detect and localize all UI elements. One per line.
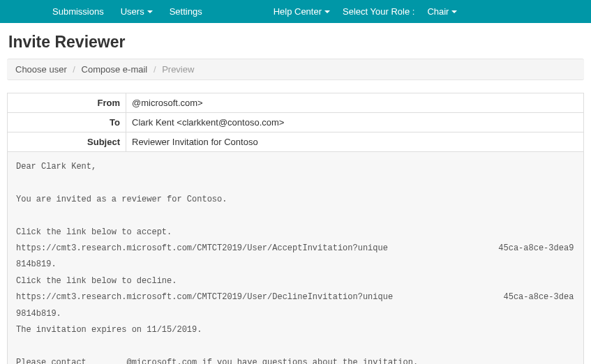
nav-submissions[interactable]: Submissions bbox=[44, 6, 112, 17]
table-row: From @microsoft.com> bbox=[8, 93, 584, 113]
email-body-text: Dear Clark Kent, You are invited as a re… bbox=[16, 159, 575, 364]
nav-settings[interactable]: Settings bbox=[161, 6, 211, 17]
page-title: Invite Reviewer bbox=[0, 23, 591, 59]
nav-help-center[interactable]: Help Center bbox=[265, 6, 338, 17]
subject-label: Subject bbox=[8, 132, 126, 152]
table-row: To Clark Kent <clarkkent@contoso.com> bbox=[8, 113, 584, 132]
from-label: From bbox=[8, 93, 126, 113]
chevron-down-icon bbox=[451, 10, 457, 13]
breadcrumb-sep: / bbox=[150, 64, 160, 75]
email-body: Dear Clark Kent, You are invited as a re… bbox=[7, 152, 584, 364]
chevron-down-icon bbox=[324, 10, 330, 13]
subject-value: Reviewer Invitation for Contoso bbox=[126, 132, 584, 152]
nav-label: Users bbox=[121, 6, 144, 17]
to-label: To bbox=[8, 113, 126, 132]
role-select[interactable]: Chair bbox=[419, 6, 465, 17]
topbar: Submissions Users Settings Help Center S… bbox=[0, 0, 591, 23]
nav-label: Settings bbox=[170, 6, 202, 17]
chevron-down-icon bbox=[147, 10, 153, 13]
nav-label: Submissions bbox=[52, 6, 104, 17]
topbar-left: Submissions Users Settings bbox=[44, 6, 211, 17]
nav-label: Help Center bbox=[274, 6, 322, 17]
breadcrumb-step-3: Preview bbox=[162, 64, 194, 75]
email-header-table: From @microsoft.com> To Clark Kent <clar… bbox=[7, 93, 584, 152]
breadcrumb-step-2[interactable]: Compose e-mail bbox=[82, 64, 148, 75]
role-select-label: Select Your Role : bbox=[338, 6, 419, 17]
from-value: @microsoft.com> bbox=[126, 93, 584, 113]
role-value: Chair bbox=[427, 6, 449, 17]
to-value: Clark Kent <clarkkent@contoso.com> bbox=[126, 113, 584, 132]
table-row: Subject Reviewer Invitation for Contoso bbox=[8, 132, 584, 152]
breadcrumb-sep: / bbox=[69, 64, 79, 75]
email-preview-panel: From @microsoft.com> To Clark Kent <clar… bbox=[7, 93, 584, 364]
breadcrumb: Choose user / Compose e-mail / Preview bbox=[7, 59, 584, 80]
nav-users[interactable]: Users bbox=[112, 6, 161, 17]
breadcrumb-step-1[interactable]: Choose user bbox=[15, 64, 67, 75]
